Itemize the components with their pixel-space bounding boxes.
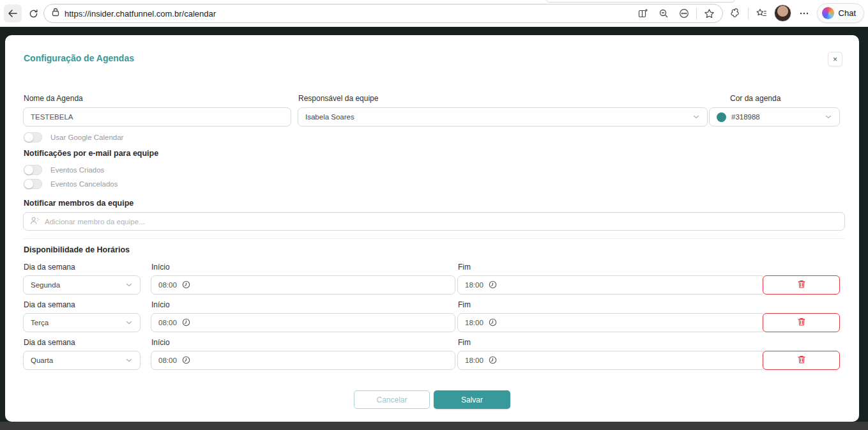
day-of-week-label: Dia da semana bbox=[24, 263, 75, 272]
day-select-row-3[interactable]: Quarta bbox=[23, 351, 141, 370]
copilot-chat-label: Chat bbox=[839, 8, 856, 18]
start-time-input-row-1[interactable]: 08:00 bbox=[151, 275, 455, 295]
day-select-row-1[interactable]: Segunda bbox=[23, 275, 141, 295]
favorite-star-icon[interactable] bbox=[701, 5, 717, 22]
split-screen-icon[interactable] bbox=[635, 5, 651, 22]
chevron-down-icon bbox=[692, 113, 700, 121]
day-select-row-2[interactable]: Terça bbox=[23, 313, 141, 332]
day-of-week-label: Dia da semana bbox=[24, 300, 75, 309]
owner-select[interactable]: Isabela Soares bbox=[298, 107, 708, 127]
agenda-name-label: Nome da Agenda bbox=[24, 94, 83, 103]
owner-select-value: Isabela Soares bbox=[305, 113, 354, 121]
address-bar[interactable] bbox=[43, 4, 723, 23]
delete-row-button-2[interactable] bbox=[763, 313, 840, 332]
toggle-switch-icon[interactable] bbox=[24, 165, 42, 175]
browser-reload-button[interactable] bbox=[24, 4, 42, 22]
events-cancelled-toggle[interactable]: Eventos Cancelados bbox=[24, 179, 118, 189]
events-cancelled-toggle-label: Eventos Cancelados bbox=[50, 180, 118, 188]
reload-icon bbox=[29, 9, 38, 19]
google-calendar-toggle-label: Usar Google Calendar bbox=[50, 134, 123, 141]
toggle-switch-icon[interactable] bbox=[24, 132, 42, 142]
start-time-value: 08:00 bbox=[158, 281, 177, 289]
owner-label: Responsável da equipe bbox=[298, 94, 378, 103]
delete-row-button-3[interactable] bbox=[763, 351, 840, 370]
agenda-color-select[interactable]: #318988 bbox=[709, 107, 840, 127]
trash-icon bbox=[797, 317, 806, 328]
end-time-input-row-3[interactable]: 18:00 bbox=[457, 351, 765, 370]
cancel-button[interactable]: Cancelar bbox=[354, 390, 430, 409]
end-time-value: 18:00 bbox=[465, 319, 483, 326]
day-select-value: Segunda bbox=[31, 281, 60, 289]
lock-icon[interactable] bbox=[52, 8, 59, 19]
clock-icon[interactable] bbox=[182, 356, 190, 365]
settings-ellipsis-icon[interactable] bbox=[796, 5, 812, 22]
end-time-value: 18:00 bbox=[465, 281, 483, 289]
day-of-week-label: Dia da semana bbox=[24, 338, 75, 347]
agenda-color-label: Cor da agenda bbox=[730, 94, 780, 103]
start-time-value: 08:00 bbox=[158, 357, 177, 364]
toolbar-divider bbox=[696, 8, 697, 19]
tab-strip-remnant bbox=[546, 0, 735, 3]
section-divider bbox=[23, 238, 845, 239]
events-created-toggle-label: Eventos Criados bbox=[50, 166, 104, 174]
end-time-input-row-2[interactable]: 18:00 bbox=[457, 313, 765, 332]
clock-icon[interactable] bbox=[489, 356, 497, 365]
chevron-down-icon bbox=[125, 357, 133, 364]
notify-members-heading: Notificar membros da equipe bbox=[24, 199, 133, 208]
add-member-field[interactable] bbox=[23, 212, 845, 231]
zoom-icon[interactable] bbox=[655, 5, 672, 22]
save-button[interactable]: Salvar bbox=[434, 390, 510, 409]
notifications-heading: Notificações por e-mail para equipe bbox=[24, 149, 158, 158]
chevron-down-icon bbox=[125, 281, 133, 289]
url-input[interactable] bbox=[65, 9, 635, 19]
clock-icon[interactable] bbox=[182, 318, 190, 328]
start-time-input-row-2[interactable]: 08:00 bbox=[151, 313, 455, 332]
toggle-switch-icon[interactable] bbox=[24, 179, 42, 189]
start-time-value: 08:00 bbox=[158, 319, 177, 326]
add-member-icon bbox=[30, 216, 40, 227]
close-button[interactable]: × bbox=[828, 52, 842, 66]
start-label: Início bbox=[151, 263, 170, 272]
more-tools-circle-icon[interactable] bbox=[676, 5, 692, 22]
clock-icon[interactable] bbox=[489, 280, 497, 290]
availability-heading: Disponibilidade de Horários bbox=[24, 245, 130, 254]
modal-title: Configuração de Agendas bbox=[24, 53, 134, 63]
clock-icon[interactable] bbox=[182, 280, 190, 290]
chevron-down-icon bbox=[125, 319, 133, 326]
google-calendar-toggle[interactable]: Usar Google Calendar bbox=[24, 132, 123, 142]
copilot-chat-button[interactable]: Chat bbox=[817, 3, 864, 23]
collections-icon[interactable] bbox=[753, 5, 770, 22]
delete-row-button-1[interactable] bbox=[763, 275, 840, 295]
events-created-toggle[interactable]: Eventos Criados bbox=[24, 165, 104, 175]
end-time-input-row-1[interactable]: 18:00 bbox=[457, 275, 765, 295]
end-label: Fim bbox=[458, 338, 471, 347]
toolbar-divider bbox=[748, 8, 749, 19]
agenda-config-modal: Configuração de Agendas × Nome da Agenda… bbox=[5, 35, 859, 422]
end-time-value: 18:00 bbox=[465, 357, 483, 364]
trash-icon bbox=[797, 279, 806, 291]
browser-toolbar: Chat bbox=[0, 0, 868, 27]
end-label: Fim bbox=[458, 263, 471, 272]
agenda-name-input[interactable] bbox=[23, 107, 291, 127]
start-label: Início bbox=[151, 300, 170, 309]
profile-avatar[interactable] bbox=[774, 4, 791, 22]
day-select-value: Terça bbox=[31, 319, 49, 326]
end-label: Fim bbox=[458, 300, 471, 309]
start-label: Início bbox=[151, 338, 170, 347]
clock-icon[interactable] bbox=[489, 318, 497, 328]
start-time-input-row-3[interactable]: 08:00 bbox=[151, 351, 455, 370]
color-select-value: #318988 bbox=[731, 113, 760, 121]
chevron-down-icon bbox=[825, 113, 832, 121]
browser-essentials-icon[interactable] bbox=[727, 5, 743, 22]
browser-back-button[interactable] bbox=[4, 4, 22, 22]
bottom-strip bbox=[0, 422, 868, 430]
back-arrow-icon bbox=[8, 9, 18, 18]
copilot-logo-icon bbox=[822, 7, 834, 19]
trash-icon bbox=[797, 355, 806, 366]
add-member-input[interactable] bbox=[45, 218, 838, 226]
day-select-value: Quarta bbox=[31, 357, 53, 364]
screen: Chat Configuração de Agendas × Nome da A… bbox=[0, 0, 868, 430]
color-swatch bbox=[717, 112, 726, 122]
